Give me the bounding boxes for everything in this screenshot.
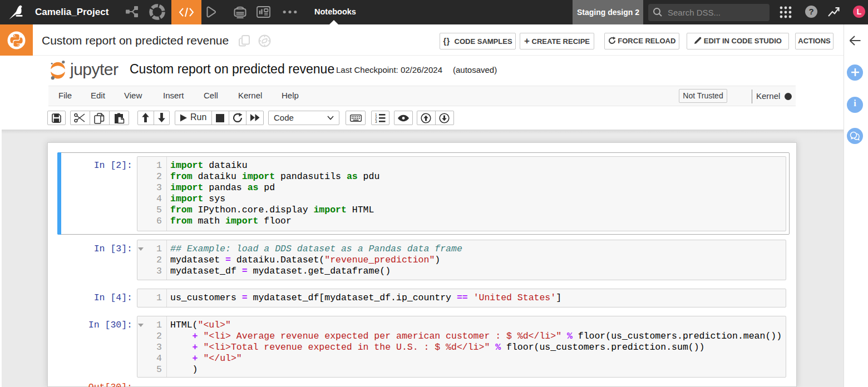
svg-text:3: 3 [375, 120, 377, 123]
